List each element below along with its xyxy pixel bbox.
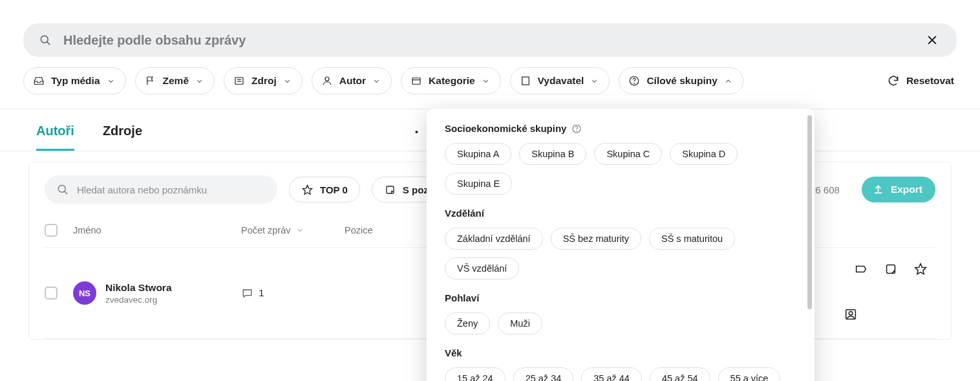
chip-edu-ss-yes[interactable]: SŠ s maturitou	[649, 228, 735, 250]
filter-label: Vydavatel	[538, 75, 584, 87]
avatar: NS	[73, 281, 96, 305]
svg-rect-4	[235, 78, 243, 85]
chevron-down-icon	[195, 77, 204, 85]
tag-action[interactable]	[854, 262, 868, 279]
chip-skupina-e[interactable]: Skupina E	[445, 173, 512, 195]
chevron-down-icon	[372, 77, 381, 85]
svg-marker-19	[303, 185, 312, 194]
svg-line-1	[47, 42, 50, 45]
svg-point-24	[849, 311, 853, 315]
dropdown-scrollbar[interactable]	[807, 115, 812, 309]
chip-skupina-b[interactable]: Skupina B	[519, 143, 586, 165]
svg-rect-10	[522, 77, 529, 85]
chevron-down-icon	[283, 77, 292, 85]
profile-action[interactable]	[844, 307, 858, 324]
user-icon	[321, 75, 333, 87]
filter-target-groups[interactable]: Cílové skupiny	[619, 67, 743, 94]
chip-edu-basic[interactable]: Základní vzdělání	[445, 228, 543, 250]
chip-age-55plus[interactable]: 55 a více	[718, 367, 781, 381]
chevron-down-icon	[296, 226, 304, 234]
filter-label: Kategorie	[429, 75, 475, 87]
chevron-down-icon	[107, 77, 115, 85]
filter-label: Zdroj	[251, 75, 277, 87]
author-source: zvedavec.org	[105, 295, 172, 305]
filter-label: Typ média	[51, 75, 100, 87]
dd-heading-edu: Vzdělání	[445, 208, 796, 219]
column-msg-count[interactable]: Počet zpráv	[241, 225, 345, 235]
tab-sources[interactable]: Zdroje	[103, 124, 142, 151]
refresh-icon	[887, 74, 900, 87]
chevron-up-icon	[724, 77, 732, 85]
top-label: TOP 0	[320, 184, 348, 195]
filter-label: Cílové skupiny	[646, 75, 717, 87]
chip-skupina-d[interactable]: Skupina D	[670, 143, 738, 165]
inner-search[interactable]	[45, 175, 277, 204]
note-icon	[884, 262, 898, 276]
chip-age-45-54[interactable]: 45 až 54	[650, 367, 710, 381]
news-icon	[233, 75, 245, 87]
help-icon[interactable]	[571, 124, 582, 134]
global-search-input[interactable]	[52, 33, 923, 48]
folder-icon	[410, 75, 422, 87]
chip-edu-vs[interactable]: VŠ vzdělání	[445, 257, 519, 279]
search-icon	[39, 34, 52, 47]
help-icon	[628, 75, 640, 87]
chevron-down-icon	[590, 77, 599, 85]
column-name[interactable]: Jméno	[73, 225, 241, 235]
search-icon	[56, 183, 69, 196]
building-icon	[520, 75, 531, 87]
svg-line-18	[65, 191, 67, 194]
filters-row: Typ média Země Zdroj Autor Kategorie Vyd…	[0, 57, 980, 109]
chevron-down-icon	[482, 77, 490, 85]
export-label: Export	[891, 184, 922, 195]
svg-rect-8	[412, 78, 420, 85]
inbox-icon	[33, 75, 45, 87]
upload-icon	[872, 184, 884, 196]
svg-point-16	[634, 83, 635, 83]
filter-source[interactable]: Zdroj	[224, 67, 303, 94]
filter-category[interactable]: Kategorie	[401, 67, 501, 94]
inner-search-input[interactable]	[69, 184, 266, 195]
star-action[interactable]	[913, 262, 928, 279]
export-button[interactable]: Export	[862, 177, 935, 202]
chip-edu-ss-no[interactable]: SŠ bez maturity	[551, 228, 641, 250]
dd-heading-age: Věk	[445, 347, 796, 358]
chip-age-15-24[interactable]: 15 až 24	[445, 367, 506, 381]
chip-male[interactable]: Muži	[498, 312, 542, 334]
note-action[interactable]	[884, 262, 898, 279]
flag-icon	[145, 75, 156, 87]
global-search-bar[interactable]	[23, 23, 957, 57]
chip-skupina-c[interactable]: Skupina C	[594, 143, 662, 165]
author-name[interactable]: Nikola Stwora	[105, 282, 172, 294]
target-groups-dropdown: Socioekonomické skupiny Skupina A Skupin…	[427, 109, 815, 381]
tab-authors[interactable]: Autoři	[36, 124, 74, 151]
filter-country[interactable]: Země	[135, 67, 215, 94]
select-all-checkbox[interactable]	[45, 224, 58, 237]
reset-label: Resetovat	[906, 75, 954, 87]
svg-point-26	[577, 131, 577, 131]
dd-heading-socio: Socioekonomické skupiny	[445, 123, 796, 134]
note-icon	[384, 184, 396, 196]
top-chip[interactable]: TOP 0	[289, 177, 360, 202]
clear-search-button[interactable]	[923, 31, 941, 49]
reset-button[interactable]: Resetovat	[887, 74, 957, 87]
star-icon	[301, 184, 314, 196]
dd-heading-gender: Pohlaví	[445, 292, 796, 303]
user-square-icon	[844, 307, 858, 321]
row-checkbox[interactable]	[45, 287, 58, 299]
chat-icon	[241, 287, 253, 299]
chip-female[interactable]: Ženy	[445, 312, 490, 334]
svg-marker-22	[915, 264, 926, 274]
svg-rect-20	[387, 186, 394, 193]
chip-skupina-a[interactable]: Skupina A	[445, 143, 511, 165]
close-icon	[926, 34, 939, 47]
star-icon	[913, 262, 928, 276]
filter-label: Země	[163, 75, 189, 87]
chip-age-35-44[interactable]: 35 až 44	[581, 367, 642, 381]
tag-icon	[854, 262, 868, 276]
filter-publisher[interactable]: Vydavatel	[510, 67, 610, 94]
svg-point-7	[325, 77, 329, 81]
chip-age-25-34[interactable]: 25 až 34	[513, 367, 574, 381]
filter-author[interactable]: Autor	[312, 67, 392, 94]
filter-media-type[interactable]: Typ média	[23, 67, 126, 94]
